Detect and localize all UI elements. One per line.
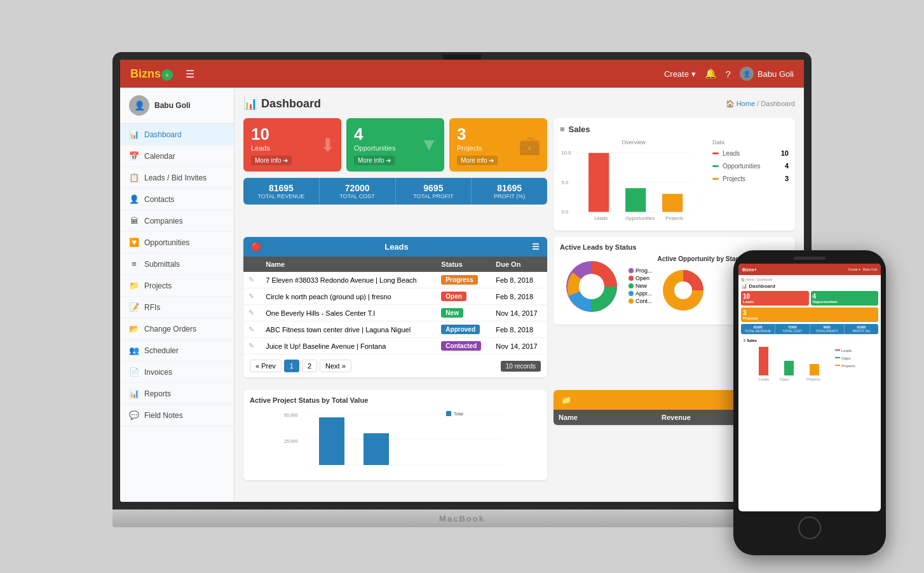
phone-app: Bizns+ Create ▾ Babu Goli 🏠 Home / Dashb… [738, 264, 881, 511]
sidebar-label-rfis: RFIs [144, 303, 160, 312]
bar-chart-card: Active Project Status by Total Value 50,… [243, 390, 547, 480]
bell-icon[interactable]: 🔔 [705, 68, 717, 79]
pie-dot-cont [628, 299, 634, 304]
sidebar-item-projects[interactable]: 📁 Projects [120, 275, 234, 297]
phone-home-button[interactable] [798, 516, 821, 539]
opps-more-info[interactable]: More info ➜ [354, 156, 395, 165]
sidebar-item-contacts[interactable]: 👤 Contacts [120, 189, 234, 210]
table-row: ✎ ABC Fitness town center drive | Laguna… [243, 321, 547, 338]
menu-icon[interactable]: ☰ [186, 68, 194, 80]
sales-icon: ≡ [560, 125, 565, 134]
revenue-row: 81695 Total Revenue 72000 Total Cost [243, 178, 547, 205]
edit-cell: ✎ [243, 321, 261, 338]
sidebar-item-leads-bid[interactable]: 📋 Leads / Bid Invites [120, 167, 234, 189]
user-menu[interactable]: 👤 Babu Goli [740, 67, 794, 81]
sidebar-item-field-notes[interactable]: 💬 Field Notes [120, 405, 234, 426]
sidebar-item-reports[interactable]: 📊 Reports [120, 383, 234, 405]
svg-text:Projects: Projects [665, 215, 683, 221]
page-title: 📊 Dashboard [243, 97, 321, 111]
legend-projects: Projects 3 [712, 175, 789, 182]
prev-button[interactable]: « Prev [250, 360, 282, 372]
breadcrumb: 🏠 Home / Dashboard [726, 100, 795, 108]
sidebar-item-submittals[interactable]: ≡ Submittals [120, 253, 234, 275]
laptop-screen: Bizns+ ☰ Create ▾ 🔔 ? 👤 Babu Goli [120, 60, 804, 502]
legend-val-projects: 3 [785, 175, 789, 182]
lead-due: Nov 14, 2017 [491, 338, 547, 354]
lead-name: One Beverly Hills - Sales Center T.I [261, 305, 436, 321]
pie-label-new: New [635, 283, 647, 289]
status-badge: Approved [441, 325, 480, 334]
status-badge: Contacted [441, 341, 481, 351]
phone-stats-row1: 10 Leads 4 Opportunities [741, 291, 878, 306]
table-row: ✎ 7 Eleven #38033 Redondo Avenue | Long … [243, 272, 547, 288]
sidebar-item-rfis[interactable]: 📝 RFIs [120, 297, 234, 318]
sidebar-item-change-orders[interactable]: 📂 Change Orders [120, 318, 234, 340]
sidebar-item-dashboard[interactable]: 📊 Dashboard [120, 124, 234, 145]
legend-new: New [628, 283, 653, 289]
edit-icon[interactable]: ✎ [248, 309, 254, 316]
laptop-base: MacBook [112, 509, 812, 527]
sidebar-item-companies[interactable]: 🏛 Companies [120, 210, 234, 232]
edit-icon[interactable]: ✎ [248, 276, 254, 283]
next-button[interactable]: Next » [320, 360, 351, 372]
sidebar-item-scheduler[interactable]: 👥 Scheduler [120, 340, 234, 361]
edit-icon[interactable]: ✎ [248, 342, 254, 349]
lead-name: ABC Fitness town center drive | Laguna N… [261, 321, 436, 338]
table-row: ✎ One Beverly Hills - Sales Center T.I N… [243, 305, 547, 321]
leads-more-info[interactable]: More info ➜ [251, 156, 292, 165]
phone-stat-opps: 4 Opportunities [811, 291, 879, 306]
svg-text:5.0: 5.0 [562, 180, 569, 185]
phone-revenue-row: 81695 TOTAL REVENUE 72000 TOTAL COST 969… [741, 324, 878, 334]
phone-projects-label: Projects [743, 316, 876, 320]
phone: Bizns+ Create ▾ Babu Goli 🏠 Home / Dashb… [733, 250, 886, 555]
sales-legend: Data Leads 10 [712, 139, 789, 224]
calendar-icon: 📅 [129, 151, 139, 161]
stats-and-sales-section: 10 Leads ⬇ More info ➜ 4 Opportunities [243, 118, 795, 231]
create-button[interactable]: Create ▾ [664, 69, 696, 79]
phone-user: Babu Goli [863, 267, 877, 271]
scheduler-icon: 👥 [129, 346, 139, 355]
table-row: ✎ Juice It Up! Baseline Avenue | Fontana… [243, 338, 547, 354]
content: 📊 Dashboard 🏠 Home / Dashboard [234, 88, 804, 502]
svg-rect-26 [784, 361, 794, 375]
sidebar-label-reports: Reports [144, 389, 171, 398]
svg-rect-27 [810, 364, 819, 375]
sales-chart-col: ≡ Sales Overview [554, 118, 795, 231]
active-leads-legend: Prog... Open [628, 267, 653, 306]
legend-val-opps: 4 [785, 162, 789, 170]
edit-icon[interactable]: ✎ [248, 325, 254, 333]
sidebar-label-scheduler: Scheduler [144, 346, 179, 355]
active-leads-pie-svg [560, 255, 623, 318]
sidebar-item-calendar[interactable]: 📅 Calendar [120, 145, 234, 167]
help-icon[interactable]: ? [726, 69, 731, 79]
phone-sales-title: ≡ Sales [744, 339, 876, 342]
records-count: 10 records [501, 361, 541, 372]
active-opp-pie-svg [658, 265, 709, 316]
phone-rev-4: 81695 PROFIT (%) [845, 324, 878, 334]
col-status: Status [436, 257, 491, 272]
lead-name: Circle k north peach (ground up) | fresn… [261, 288, 436, 305]
edit-icon[interactable]: ✎ [248, 292, 254, 300]
total-revenue-label: Total Revenue [250, 193, 313, 199]
phone-sales-svg: Leads Opps Projects Leads Opps Projects [744, 344, 876, 382]
legend-open: Open [628, 275, 653, 281]
stat-cards-row: 10 Leads ⬇ More info ➜ 4 Opportunities [243, 118, 547, 172]
phone-opps-label: Opportunities [813, 300, 877, 304]
change-orders-icon: 📂 [129, 324, 139, 334]
lead-due: Feb 8, 2018 [491, 288, 547, 305]
page-1-button[interactable]: 1 [284, 360, 299, 372]
pie-dot-prog [628, 268, 634, 273]
sidebar-item-invoices[interactable]: 📄 Invoices [120, 361, 234, 383]
legend-dot-opps [712, 165, 719, 167]
svg-text:Projects: Projects [806, 377, 820, 381]
page-2-button[interactable]: 2 [302, 360, 317, 372]
sidebar-label-field-notes: Field Notes [144, 411, 183, 420]
legend-dot-projects [712, 178, 719, 180]
projects-more-info[interactable]: More info ➜ [457, 156, 498, 165]
leads-menu-icon[interactable]: ☰ [532, 242, 540, 252]
sidebar-item-opportunities[interactable]: 🔽 Opportunities [120, 232, 234, 253]
phone-stats-row2: 3 Projects [741, 307, 878, 322]
breadcrumb-home[interactable]: Home [737, 100, 755, 107]
phone-rev-3: 9695 TOTAL PROFIT [810, 324, 845, 334]
leads-card-header: 🔴 Leads ☰ [243, 237, 547, 257]
